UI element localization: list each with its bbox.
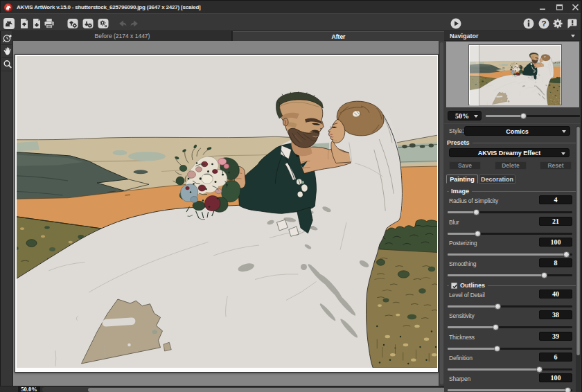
scrollbar-thumb[interactable] <box>576 127 580 355</box>
param-slider[interactable] <box>448 271 572 278</box>
feedback-button[interactable] <box>567 18 578 29</box>
chevron-down-icon <box>474 115 478 118</box>
export-presets-button[interactable] <box>82 18 94 29</box>
slider-track-empty <box>475 211 572 213</box>
group-label: Image <box>451 188 469 195</box>
zoom-slider[interactable] <box>486 111 580 121</box>
image-canvas[interactable] <box>13 41 439 386</box>
close-button[interactable] <box>572 3 579 11</box>
param-slider[interactable] <box>448 366 572 373</box>
tab-before[interactable]: Before (2174 x 1447) <box>13 31 232 41</box>
slider-track-empty <box>522 115 580 117</box>
info-button[interactable] <box>523 18 534 29</box>
param-slider[interactable] <box>448 323 572 330</box>
scrollbar-thumb[interactable] <box>88 388 446 392</box>
quick-preview-tool[interactable] <box>1 32 13 45</box>
save-preset-button[interactable]: Save <box>449 161 481 170</box>
app-logo-icon <box>4 3 12 12</box>
tab-decoration[interactable]: Decoration <box>479 175 515 184</box>
param-slider[interactable] <box>448 303 572 310</box>
slider-track-empty <box>497 305 572 308</box>
slider-knob[interactable] <box>494 346 500 352</box>
save-image-button[interactable] <box>32 18 43 29</box>
param-slider[interactable] <box>448 208 572 215</box>
print-button[interactable] <box>44 18 55 29</box>
group-rule <box>447 285 449 286</box>
navigator-collapse-icon[interactable] <box>571 35 575 37</box>
param-value-box[interactable]: 4 <box>539 195 572 204</box>
reset-preset-button[interactable]: Reset <box>540 161 572 170</box>
param-slider[interactable] <box>448 230 572 237</box>
navigator-thumbnail[interactable] <box>468 44 562 105</box>
group-rule <box>472 191 579 192</box>
maximize-button[interactable] <box>556 3 563 11</box>
hand-tool[interactable] <box>1 45 13 58</box>
slider-knob[interactable] <box>493 324 499 330</box>
slider-track-filled <box>448 274 546 276</box>
undo-button[interactable] <box>118 18 129 29</box>
import-presets-button[interactable] <box>67 18 78 29</box>
slider-knob[interactable] <box>563 251 570 258</box>
zoom-slider-knob[interactable] <box>520 113 527 119</box>
style-select[interactable]: Comics <box>464 126 570 136</box>
artwork-logo-button[interactable] <box>3 18 15 29</box>
run-button[interactable] <box>450 18 461 29</box>
window-title: AKVIS ArtWork v.15.0 - shutterstock_6257… <box>17 4 201 10</box>
presets-group-header: Presets <box>447 139 579 146</box>
param-slider[interactable] <box>448 251 572 258</box>
open-image-button[interactable] <box>19 18 30 29</box>
zoom-select[interactable]: 50% <box>448 111 482 121</box>
slider-knob[interactable] <box>495 303 501 310</box>
slider-knob[interactable] <box>541 272 547 278</box>
param-value-box[interactable]: 8 <box>539 258 572 267</box>
delete-preset-button[interactable]: Delete <box>495 161 527 170</box>
slider-knob[interactable] <box>536 366 543 373</box>
preferences-button[interactable] <box>552 18 563 29</box>
param-sharpen: Sharpen100 <box>444 375 581 392</box>
slider-knob[interactable] <box>475 231 481 237</box>
chevron-down-icon <box>562 130 566 133</box>
param-value-box[interactable]: 100 <box>539 373 572 382</box>
param-blur: Blur21 <box>444 218 581 239</box>
title-bar: AKVIS ArtWork v.15.0 - shutterstock_6257… <box>0 0 582 13</box>
param-value-box[interactable]: 21 <box>539 217 572 226</box>
param-value-box[interactable]: 39 <box>539 332 572 341</box>
param-value-box[interactable]: 38 <box>539 310 572 319</box>
param-label: Level of Detail <box>449 292 485 299</box>
navigator-preview-area <box>446 42 579 107</box>
minimize-button[interactable] <box>539 3 547 11</box>
toolbar: ? <box>0 13 582 31</box>
zoom-tool[interactable] <box>1 58 13 71</box>
param-value-box[interactable]: 40 <box>539 289 572 299</box>
redo-button[interactable] <box>130 18 141 29</box>
param-posterizing: Posterizing100 <box>444 239 581 260</box>
batch-processing-button[interactable] <box>98 18 109 29</box>
svg-text:?: ? <box>541 19 546 28</box>
navigator-header[interactable]: Navigator <box>444 31 581 41</box>
param-value-box[interactable]: 6 <box>539 353 572 362</box>
tab-painting[interactable]: Painting <box>446 175 478 184</box>
group-label: Presets <box>447 139 470 146</box>
status-bar: 50.0% <box>0 386 444 392</box>
canvas-horizontal-scrollbar[interactable] <box>42 387 446 392</box>
slider-knob[interactable] <box>565 387 571 392</box>
param-slider[interactable] <box>448 386 572 392</box>
outlines-checkbox[interactable] <box>451 283 457 289</box>
group-rule <box>473 143 579 143</box>
view-tab-bar: Before (2174 x 1447) After <box>13 31 444 41</box>
style-label: Style: <box>449 127 464 134</box>
zoom-select-value: 50% <box>448 112 476 120</box>
param-slider[interactable] <box>448 345 572 352</box>
scrollbar-thumb[interactable] <box>440 42 443 384</box>
zoom-row: 50% <box>444 107 581 123</box>
preset-select[interactable]: AKVIS Dreamy Effect <box>449 148 570 157</box>
slider-track-filled <box>448 253 570 256</box>
tab-after[interactable]: After <box>233 31 444 41</box>
param-value-box[interactable]: 100 <box>539 238 572 247</box>
help-button[interactable]: ? <box>538 18 549 29</box>
canvas-vertical-scrollbar[interactable] <box>439 41 444 386</box>
slider-track-empty <box>476 233 572 235</box>
panel-scrollbar[interactable] <box>576 126 580 392</box>
param-label: Sharpen <box>449 375 470 382</box>
slider-knob[interactable] <box>473 209 479 215</box>
